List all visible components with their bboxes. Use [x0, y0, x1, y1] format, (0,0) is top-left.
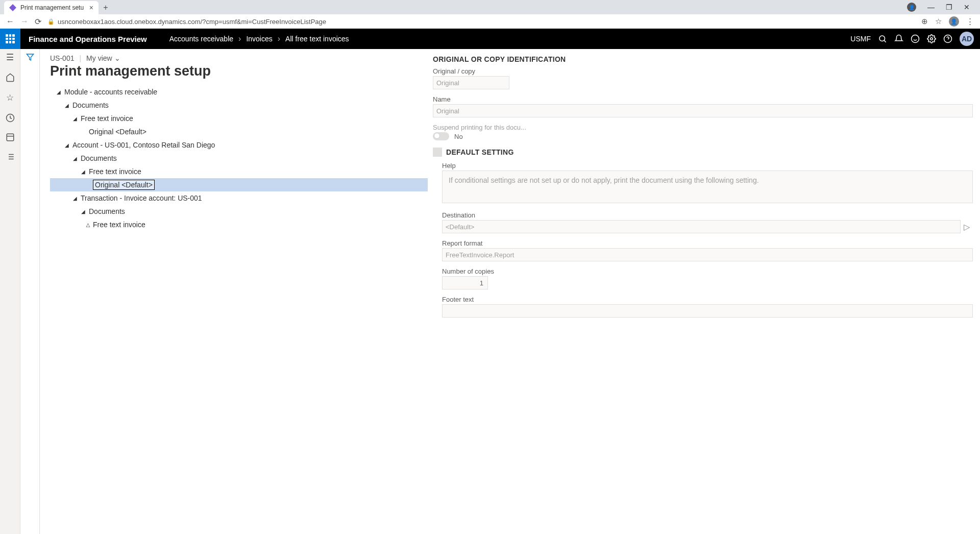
filter-column	[20, 49, 40, 534]
minimize-button[interactable]: —	[927, 3, 935, 11]
tree-row[interactable]: ◢Transaction - Invoice account: US-001	[50, 191, 428, 205]
notification-icon[interactable]	[894, 34, 903, 43]
address-bar: ← → ⟳ 🔒 usnconeboxax1aos.cloud.onebox.dy…	[0, 14, 980, 29]
menu-icon[interactable]: ⋮	[966, 17, 974, 26]
breadcrumb-item[interactable]: Accounts receivable	[169, 35, 233, 43]
view-selector[interactable]: My view ⌄	[86, 54, 120, 62]
hamburger-icon[interactable]: ☰	[6, 52, 14, 63]
default-setting-header: DEFAULT SETTING	[433, 148, 973, 157]
tree-collapse-icon[interactable]: ◢	[63, 142, 70, 148]
footer-input[interactable]	[442, 304, 973, 318]
zoom-icon[interactable]: ⊕	[921, 17, 928, 26]
user-avatar[interactable]: AD	[960, 32, 974, 46]
field-label: Help	[442, 162, 973, 169]
modules-icon[interactable]	[6, 152, 15, 161]
browser-chrome: Print management setu × + 👤 — ❐ ✕ ← → ⟳ …	[0, 0, 980, 29]
copies-input[interactable]: 1	[442, 276, 488, 289]
search-icon[interactable]	[878, 34, 887, 43]
close-window-button[interactable]: ✕	[964, 3, 970, 11]
tree-row[interactable]: ◢Free text invoice	[50, 165, 428, 178]
breadcrumb-item[interactable]: All free text invoices	[285, 35, 349, 43]
tab-title: Print management setu	[20, 4, 85, 11]
chevron-down-icon: ⌄	[114, 54, 120, 62]
tab-favicon-icon	[9, 4, 16, 11]
tree-collapse-icon[interactable]: ◢	[63, 103, 70, 108]
chevron-right-icon: ›	[238, 34, 241, 43]
sidebar: ☰ ☆	[0, 49, 20, 534]
bookmark-icon[interactable]: ☆	[935, 17, 942, 26]
workspace-icon[interactable]	[6, 133, 15, 142]
svg-marker-17	[27, 54, 33, 60]
svg-point-5	[930, 38, 933, 40]
tree-row[interactable]: ◢Documents	[50, 205, 428, 218]
back-button[interactable]: ←	[6, 17, 14, 26]
app-launcher-button[interactable]	[0, 29, 20, 49]
page-title: Print management setup	[50, 63, 428, 79]
field-destination: Destination <Default> ▷	[442, 211, 973, 233]
tree-collapse-icon[interactable]: ◢	[80, 169, 87, 175]
tree-collapse-icon[interactable]: ◢	[71, 116, 79, 122]
svg-rect-9	[7, 134, 14, 141]
tab-bar: Print management setu × + 👤 — ❐ ✕	[0, 0, 980, 14]
tree-row[interactable]: ◢Documents	[50, 99, 428, 112]
tab-close-icon[interactable]: ×	[89, 4, 93, 12]
separator: |	[79, 54, 81, 62]
tree-collapse-icon[interactable]: ◢	[71, 156, 79, 161]
left-pane: US-001 | My view ⌄ Print management setu…	[50, 54, 428, 534]
report-format-input[interactable]: FreeTextInvoice.Report	[442, 248, 973, 261]
home-icon[interactable]	[6, 73, 15, 82]
tree-label: Account - US-001, Contoso Retail San Die…	[70, 141, 215, 149]
tree-row[interactable]: ▷Free text invoice	[50, 218, 428, 231]
filter-icon[interactable]	[26, 53, 34, 534]
field-name: Name Original	[433, 95, 973, 117]
gear-icon[interactable]	[927, 34, 936, 43]
clock-icon[interactable]	[6, 113, 15, 123]
field-label: Footer text	[442, 296, 973, 303]
original-copy-input[interactable]: Original	[433, 76, 509, 89]
tree-row[interactable]: ◢Module - accounts receivable	[50, 85, 428, 99]
company-label[interactable]: USMF	[850, 35, 871, 43]
tree-row[interactable]: ◢Free text invoice	[50, 112, 428, 125]
address-bar-icons: ⊕ ☆ 👤 ⋮	[921, 16, 974, 27]
smiley-icon[interactable]	[911, 34, 920, 43]
tree-collapse-icon[interactable]: ◢	[80, 209, 87, 214]
name-input[interactable]: Original	[433, 104, 973, 117]
tree-label: Free text invoice	[91, 221, 145, 229]
tree-row[interactable]: Original <Default>	[50, 125, 428, 138]
page-subheader: US-001 | My view ⌄	[50, 54, 428, 62]
tree-label: Module - accounts receivable	[62, 88, 157, 96]
suspend-toggle[interactable]	[433, 132, 449, 140]
tree-collapse-icon[interactable]: ◢	[55, 89, 62, 95]
destination-lookup-button[interactable]: ▷	[961, 220, 973, 233]
profile-icon[interactable]: 👤	[949, 16, 959, 27]
tree-view: ◢Module - accounts receivable◢Documents◢…	[50, 85, 428, 231]
browser-tab[interactable]: Print management setu ×	[4, 1, 99, 14]
forward-button[interactable]: →	[20, 17, 29, 26]
view-label: My view	[86, 54, 112, 62]
field-original-copy: Original / copy Original	[433, 67, 973, 89]
tree-label: Free text invoice	[87, 167, 141, 176]
field-label: Report format	[442, 239, 973, 247]
tree-row[interactable]: ◢Documents	[50, 152, 428, 165]
tree-label: Original <Default>	[87, 128, 146, 136]
app-title: Finance and Operations Preview	[20, 35, 155, 43]
breadcrumb-item[interactable]: Invoices	[246, 35, 272, 43]
svg-point-2	[912, 35, 919, 43]
destination-input[interactable]: <Default>	[442, 220, 961, 233]
url-field[interactable]: 🔒 usnconeboxax1aos.cloud.onebox.dynamics…	[47, 18, 915, 26]
header-actions: USMF AD	[850, 32, 980, 46]
tree-collapse-icon[interactable]: ◢	[71, 196, 79, 201]
help-icon[interactable]	[943, 34, 952, 43]
field-label: Number of copies	[442, 268, 973, 275]
tree-expand-icon[interactable]: ▷	[85, 221, 90, 228]
tree-row[interactable]: Original <Default>	[50, 178, 428, 191]
maximize-button[interactable]: ❐	[946, 3, 952, 11]
chevron-right-icon: ›	[278, 34, 280, 43]
default-checkbox[interactable]	[433, 148, 442, 157]
star-icon[interactable]: ☆	[6, 92, 14, 103]
tree-row[interactable]: ◢Account - US-001, Contoso Retail San Di…	[50, 138, 428, 152]
incognito-icon[interactable]: 👤	[907, 3, 916, 12]
reload-button[interactable]: ⟳	[35, 17, 41, 27]
field-suspend: Suspend printing for this docu... No	[433, 124, 973, 140]
new-tab-button[interactable]: +	[99, 1, 113, 14]
